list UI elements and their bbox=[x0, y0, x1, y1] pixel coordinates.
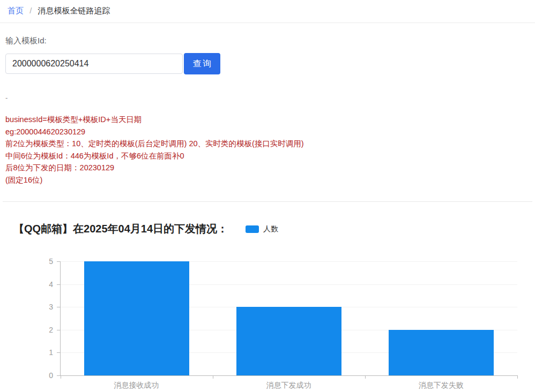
legend-item[interactable]: 人数 bbox=[246, 224, 278, 234]
template-id-label: 输入模板Id: bbox=[5, 36, 530, 46]
y-axis-tick-label: 3 bbox=[49, 303, 53, 311]
bar-slot bbox=[365, 261, 517, 375]
y-axis-tick-label: 5 bbox=[49, 257, 53, 266]
note-line: eg:2000044620230129 bbox=[5, 126, 530, 138]
y-axis-tick bbox=[57, 261, 61, 262]
note-line: 后8位为下发的日期：20230129 bbox=[5, 162, 530, 174]
chart-plot-area: 012345 bbox=[60, 261, 517, 376]
x-axis-category-label: 消息下发成功 bbox=[212, 376, 365, 390]
template-id-input[interactable] bbox=[5, 54, 183, 74]
y-axis-tick bbox=[57, 284, 61, 285]
query-button[interactable]: 查询 bbox=[184, 53, 220, 74]
y-axis-tick bbox=[57, 330, 61, 330]
section-divider bbox=[3, 201, 532, 202]
x-axis-tick bbox=[213, 375, 213, 379]
bar-0[interactable] bbox=[84, 261, 189, 375]
chart-header: 【QQ邮箱】在2025年04月14日的下发情况： 人数 bbox=[13, 222, 517, 236]
x-axis-category-label: 消息下发失败 bbox=[365, 376, 517, 390]
breadcrumb: 首页 / 消息模板全链路追踪 bbox=[0, 0, 535, 23]
note-line: (固定16位) bbox=[5, 174, 530, 186]
bar-2[interactable] bbox=[389, 330, 494, 375]
y-axis-tick bbox=[57, 375, 61, 376]
y-axis-tick-label: 4 bbox=[49, 280, 53, 289]
chart-section: 【QQ邮箱】在2025年04月14日的下发情况： 人数 012345 消息接收成… bbox=[0, 222, 535, 390]
legend-label: 人数 bbox=[263, 224, 278, 234]
x-axis-tick bbox=[61, 375, 61, 379]
x-axis-labels: 消息接收成功消息下发成功消息下发失败 bbox=[60, 376, 517, 390]
query-section: 输入模板Id: 查询 - businessId=模板类型+模板ID+当天日期 e… bbox=[0, 36, 535, 186]
note-line: businessId=模板类型+模板ID+当天日期 bbox=[5, 114, 530, 126]
y-axis-tick-label: 1 bbox=[49, 348, 53, 357]
y-axis-tick bbox=[57, 307, 61, 307]
businessid-note: businessId=模板类型+模板ID+当天日期 eg:20000446202… bbox=[5, 114, 530, 186]
placeholder-dash: - bbox=[5, 94, 530, 101]
chart-title: 【QQ邮箱】在2025年04月14日的下发情况： bbox=[13, 222, 228, 236]
y-axis-tick-label: 2 bbox=[49, 326, 53, 334]
x-axis-tick bbox=[365, 375, 366, 379]
note-line: 中间6位为模板Id：446为模板Id，不够6位在前面补0 bbox=[5, 150, 530, 162]
bars-container bbox=[61, 261, 517, 375]
breadcrumb-separator: / bbox=[29, 6, 32, 15]
legend-swatch-icon bbox=[246, 225, 259, 233]
query-row: 查询 bbox=[5, 53, 530, 74]
y-axis-tick-label: 0 bbox=[49, 371, 53, 380]
x-axis-category-label: 消息接收成功 bbox=[60, 376, 212, 390]
breadcrumb-home-link[interactable]: 首页 bbox=[8, 6, 24, 15]
bar-slot bbox=[213, 261, 365, 375]
breadcrumb-current: 消息模板全链路追踪 bbox=[38, 6, 110, 15]
bar-1[interactable] bbox=[236, 307, 341, 375]
y-axis-tick bbox=[57, 352, 61, 353]
bar-chart: 012345 消息接收成功消息下发成功消息下发失败 bbox=[60, 261, 517, 390]
note-line: 前2位为模板类型：10、定时类的模板(后台定时调用) 20、实时类的模板(接口实… bbox=[5, 138, 530, 150]
x-axis-tick bbox=[517, 375, 518, 379]
bar-slot bbox=[61, 261, 213, 375]
